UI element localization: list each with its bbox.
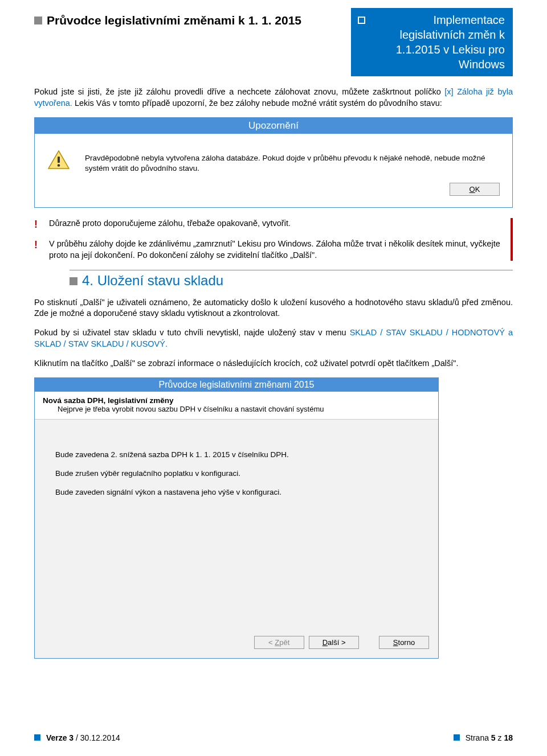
cancel-button[interactable]: Storno [379,636,429,649]
wizard-body-line: Bude zrušen výběr regulačního poplatku v… [55,469,427,478]
important-note-1: Důrazně proto doporučujeme zálohu, třeba… [49,218,291,229]
wizard-body-line: Bude zavedena 2. snížená sazba DPH k 1. … [55,450,427,459]
wizard-body-line: Bude zaveden signální výkon a nastavena … [55,488,427,496]
doc-title-right-box: Implementace legislativních změn k 1.1.2… [351,8,513,76]
square-bullet-white-icon [358,17,365,24]
wizard-body: Bude zavedena 2. snížená sazba DPH k 1. … [35,420,438,636]
square-bullet-icon [70,277,77,285]
exclamation-icon: ! [34,239,49,250]
exclamation-icon: ! [34,218,49,229]
wizard-title: Průvodce legislativními změnami 2015 [35,378,438,392]
next-button[interactable]: Další > [309,636,359,649]
intro-text-b: Lekis Vás v tomto případě upozorní, že b… [72,98,442,108]
section-4-p2: Pokud by si uživatel stav skladu v tuto … [34,327,513,350]
wizard-step-subtitle: Nejprve je třeba vyrobit novou sazbu DPH… [43,405,430,413]
wizard-step-title: Nová sazba DPH, legislativní změny [43,396,430,405]
footer-right: Strana 5 z 18 [466,733,513,742]
warning-triangle-icon [47,150,70,170]
square-bullet-small-icon [454,734,460,741]
important-notes-block: ! Důrazně proto doporučujeme zálohu, tře… [34,218,513,261]
section-4-title: 4. Uložení stavu skladu [82,273,223,289]
ok-button[interactable]: OK [450,183,500,196]
square-bullet-icon [34,17,42,24]
footer-left: Verze 3 / 30.12.2014 [46,733,120,742]
page-header: Průvodce legislativními změnami k 1. 1. … [34,8,513,76]
section-4-p2a: Pokud by si uživatel stav skladu v tuto … [34,328,350,337]
page-footer: Verze 3 / 30.12.2014 Strana 5 z 18 [34,733,513,742]
wizard-dialog: Průvodce legislativními změnami 2015 Nov… [34,377,439,659]
svg-point-1 [58,164,60,167]
section-4-p1: Po stisknutí „Další" je uživateli oznáme… [34,297,513,319]
doc-title-right: Implementace legislativních změn k 1.1.2… [370,13,505,72]
intro-text-a: Pokud jste si jisti, že jste již zálohu … [34,87,444,96]
intro-paragraph: Pokud jste si jisti, že jste již zálohu … [34,87,513,109]
back-button[interactable]: < Zpět [254,636,304,649]
svg-rect-0 [58,157,60,163]
warning-dialog: Upozornění Pravděpodobně nebyla vytvořen… [34,117,513,208]
square-bullet-small-icon [34,734,40,741]
doc-title-left: Průvodce legislativními změnami k 1. 1. … [47,14,301,27]
warning-dialog-message: Pravděpodobně nebyla vytvořena záloha da… [85,153,500,174]
section-4-p3: Kliknutím na tlačítko „Další" se zobrazí… [34,358,513,369]
important-note-2: V průběhu zálohy dojde ke zdánlivému „za… [49,239,505,261]
section-4-heading: 4. Uložení stavu skladu [70,270,513,289]
warning-dialog-title: Upozornění [35,118,512,134]
